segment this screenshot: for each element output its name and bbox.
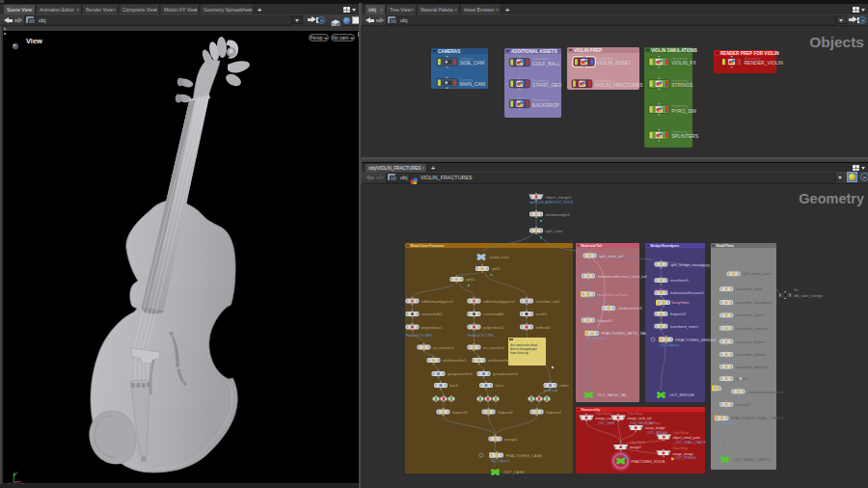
svg-text:object_merge1: object_merge1 — [546, 195, 572, 200]
svg-text:Neck and Tail: Neck and Tail — [582, 244, 603, 248]
svg-text:Object Merge: Object Merge — [630, 441, 646, 445]
svg-text:FRACTURES_CASE: FRACTURES_CASE — [506, 453, 543, 458]
svg-text:merge1: merge1 — [504, 437, 518, 442]
svg-text:merge_case: merge_case — [596, 417, 614, 420]
svg-text:Reduced To 1.88%: Reduced To 1.88% — [406, 334, 432, 338]
svg-text:blk_user_strings: blk_user_strings — [795, 293, 823, 298]
svg-text:convertvdb2: convertvdb2 — [483, 312, 505, 316]
svg-text:Geometry: Geometry — [745, 56, 761, 61]
svg-text:merge2: merge2 — [630, 446, 641, 449]
svg-text:attribtransfer3: attribtransfer3 — [618, 306, 642, 311]
svg-text:merge_neck_tail: merge_neck_tail — [627, 417, 651, 420]
svg-text:attribtransfer1: attribtransfer1 — [443, 358, 467, 363]
svg-text:Reduced To 1.78%: Reduced To 1.78% — [468, 334, 494, 338]
svg-text:SIDE_CAM: SIDE_CAM — [460, 60, 485, 66]
svg-text:split1: split1 — [492, 266, 502, 271]
svg-text:visualize_vol1: visualize_vol1 — [536, 299, 561, 304]
svg-text:Geometry: Geometry — [671, 103, 688, 108]
svg-text:assemble_bottom: assemble_bottom — [736, 352, 767, 357]
svg-text:exflood1: exflood1 — [536, 325, 552, 330]
svg-text:GOLF_BALL: GOLF_BALL — [532, 61, 560, 67]
svg-text:convertvdb1: convertvdb1 — [421, 312, 444, 316]
svg-text:fixtpack5: fixtpack5 — [452, 410, 469, 415]
svg-text:vexth1: vexth1 — [536, 312, 549, 316]
svg-text:assemble_soundpost: assemble_soundpost — [736, 300, 773, 305]
svg-text:fixtpack4: fixtpack4 — [546, 410, 562, 415]
svg-text:VIOLIN_FRACTURES: VIOLIN_FRACTURES — [595, 82, 643, 88]
svg-text:FRACTURES_VIOLIN: FRACTURES_VIOLIN — [632, 460, 665, 464]
svg-text:Young Fibers: Young Fibers — [671, 301, 690, 305]
svg-text:x: x — [21, 480, 24, 485]
svg-text:RENDER_VIOLIN: RENDER_VIOLIN — [745, 60, 784, 66]
svg-text:fixtpack3: fixtpack3 — [670, 312, 687, 316]
svg-text:assemble_button: assemble_button — [736, 339, 765, 344]
svg-text:itsImaterialfracture_neck_tail: itsImaterialfracture_neck_tail — [598, 274, 647, 279]
svg-text:Object Merge: Object Merge — [627, 412, 643, 416]
svg-text:Geometry: Geometry — [532, 97, 549, 102]
svg-text:fixtpack6: fixtpack6 — [498, 410, 514, 415]
svg-text:_OUT_CASE: _OUT_CASE — [596, 421, 615, 425]
svg-text:Geometry: Geometry — [532, 78, 549, 83]
svg-text:assemble_bindings: assemble_bindings — [736, 365, 769, 369]
svg-text:polyreduce2: polyreduce2 — [483, 325, 505, 330]
svg-text:vdbfrompolygons2: vdbfrompolygons2 — [483, 299, 515, 304]
svg-text:Reassembly: Reassembly — [582, 408, 601, 412]
svg-text:Bridge/Soundpost: Bridge/Soundpost — [651, 244, 680, 248]
svg-text:transform_insert: transform_insert — [670, 324, 699, 329]
svg-text:Geometry: Geometry — [671, 129, 688, 134]
svg-text:object_small_parts: object_small_parts — [673, 436, 701, 440]
svg-text:CAMERAS: CAMERAS — [438, 49, 460, 54]
svg-text:Camera: Camera — [460, 77, 475, 82]
svg-text:Get: Get — [794, 288, 799, 292]
svg-text:Geometry: Geometry — [597, 56, 613, 61]
svg-text:transform1: transform1 — [670, 278, 690, 283]
svg-text:grouptransfer2: grouptransfer2 — [493, 371, 519, 376]
svg-text:STRINGS: STRINGS — [671, 82, 693, 88]
svg-text:OUT_NECK_TAL: OUT_NECK_TAL — [597, 393, 628, 397]
svg-text:OUT_CASE: OUT_CASE — [503, 470, 525, 474]
svg-text:VIOLIN_ASSET: VIOLIN_ASSET — [597, 60, 632, 66]
svg-text:video: video — [559, 383, 569, 388]
svg-text:101_cl.3geo.sc: 101_cl.3geo.sc — [716, 421, 736, 425]
svg-text:PYRO_SIM: PYRO_SIM — [671, 108, 696, 114]
svg-text:_OUT_STRNGS: _OUT_STRNGS — [672, 456, 696, 460]
svg-text:back: back — [450, 383, 458, 388]
svg-text:VIOLIN_FX: VIOLIN_FX — [671, 60, 696, 66]
svg-text:Wood Case Fractures: Wood Case Fractures — [411, 244, 445, 248]
svg-text:from clean up: from clean up — [510, 351, 529, 355]
svg-text:101_cl.3geo.sc: 101_cl.3geo.sc — [491, 459, 511, 463]
svg-text:obj/VIOLIN_ASSET/OUT_VIOLIN: obj/VIOLIN_ASSET/OUT_VIOLIN — [529, 201, 573, 204]
svg-text:polyreduce1: polyreduce1 — [421, 325, 444, 330]
svg-text:FRACTURES_SMALL_PARTS: FRACTURES_SMALL_PARTS — [731, 416, 784, 420]
svg-text:assemble_pegs: assemble_pegs — [736, 286, 763, 291]
svg-text:split_small_parts: split_small_parts — [743, 271, 772, 276]
svg-text:Object Merge: Object Merge — [645, 421, 662, 425]
svg-text:VIOLIN PREP: VIOLIN PREP — [574, 48, 602, 53]
svg-text:OUT_SMALL_PARTS: OUT_SMALL_PARTS — [733, 457, 771, 462]
svg-text:Geometry: Geometry — [671, 78, 688, 83]
svg-text:fixtpack7: fixtpack7 — [736, 402, 752, 407]
svg-text:xx_transfer2: xx_transfer2 — [483, 345, 505, 350]
svg-text:grouptransfer1: grouptransfer1 — [448, 371, 474, 376]
svg-text:STAND_GEO: STAND_GEO — [532, 82, 562, 88]
svg-text:Geometry: Geometry — [595, 78, 611, 83]
svg-text:BACKDROP: BACKDROP — [532, 102, 560, 108]
svg-text:Small Parts: Small Parts — [717, 244, 735, 248]
svg-text:Geometry: Geometry — [799, 191, 864, 206]
svg-text:wood_case: wood_case — [490, 255, 510, 259]
svg-text:FRACTURES_BRIDGE: FRACTURES_BRIDGE — [675, 338, 716, 342]
svg-text:Camera: Camera — [460, 56, 475, 61]
svg-text:SPLINTERS: SPLINTERS — [671, 133, 698, 139]
svg-text:FRACTURES_NECK_TAL: FRACTURES_NECK_TAL — [602, 331, 648, 336]
svg-text:assemble_chinrest: assemble_chinrest — [736, 326, 769, 331]
svg-text:Young Fibers by Packs: Young Fibers by Packs — [597, 293, 629, 297]
svg-text:y: y — [16, 470, 19, 474]
svg-text:Object Merge: Object Merge — [672, 447, 689, 450]
svg-text:Object Merge: Object Merge — [596, 412, 612, 416]
svg-text:OUT_BRIDGE: OUT_BRIDGE — [669, 393, 694, 397]
svg-text:MAIN_CAM: MAIN_CAM — [460, 81, 485, 87]
svg-text:consodecomposition1: consodecomposition1 — [747, 390, 785, 394]
svg-text:xx_transfer1: xx_transfer1 — [433, 345, 455, 350]
svg-text:split_neck_tail: split_neck_tail — [599, 254, 623, 258]
svg-text:merge_strings: merge_strings — [672, 452, 693, 456]
